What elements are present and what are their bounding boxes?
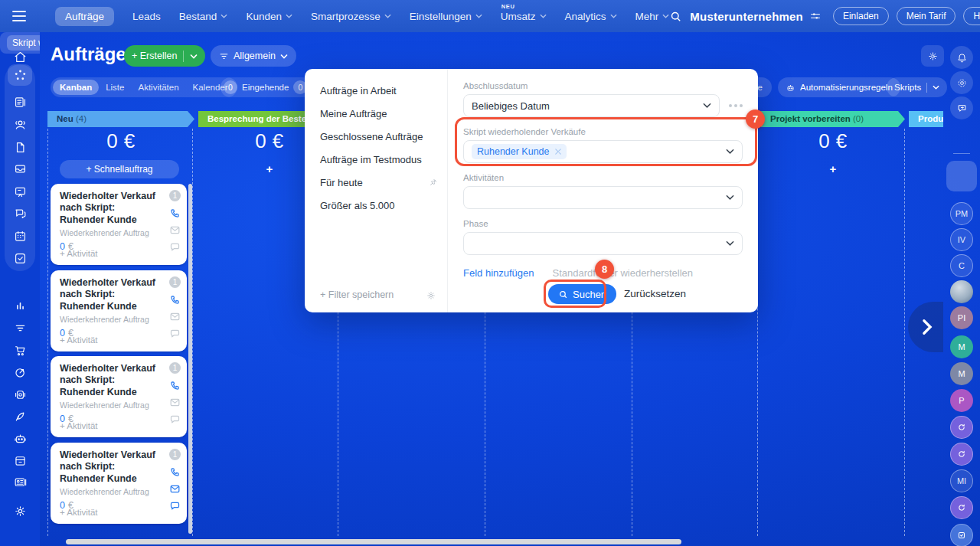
tab-kanban[interactable]: Kanban (53, 80, 99, 95)
add-field-link[interactable]: Feld hinzufügen (463, 267, 534, 279)
automation-rules-button[interactable]: Automatisierungsregeln (778, 77, 900, 97)
add-activity-link[interactable]: + Aktivität (60, 421, 98, 430)
deal-card[interactable]: Wiederholter Verkauf nach Skript: Ruhend… (51, 270, 187, 351)
date-select[interactable]: Beliebiges Datum (463, 94, 720, 117)
teammate-avatar[interactable]: PI (950, 306, 973, 329)
add-activity-link[interactable]: + Aktivität (60, 249, 98, 258)
phone-icon[interactable] (169, 380, 181, 391)
preset-groesser-als[interactable]: Größer als 5.000 (305, 195, 447, 217)
phone-icon[interactable] (169, 208, 181, 219)
deal-card[interactable]: Wiederholter Verkauf nach Skript: Ruhend… (51, 443, 187, 524)
news-feed-icon[interactable] (8, 91, 32, 113)
tasks-icon[interactable] (8, 247, 32, 269)
stage-header-produktlieferung[interactable]: Produktlieferung (909, 111, 943, 127)
teammate-avatar-photo[interactable] (950, 280, 973, 303)
nav-umsatz[interactable]: NEU Umsatz (501, 11, 547, 22)
restore-fields-link[interactable]: Standardfelder wiederherstellen (553, 267, 694, 279)
phone-icon[interactable] (169, 294, 181, 306)
add-activity-link[interactable]: + Aktivität (60, 508, 98, 517)
nav-einstellungen[interactable]: Einstellungen (410, 11, 482, 22)
teammate-avatar[interactable]: MI (950, 469, 973, 492)
chat-icon[interactable] (169, 328, 181, 339)
nav-smartprozesse[interactable]: Smartprozesse (311, 11, 391, 22)
helpdesk-button[interactable]: Helpdesk (963, 7, 980, 25)
nav-mehr[interactable]: Mehr (635, 11, 670, 22)
activities-select[interactable] (463, 186, 743, 209)
tab-aktivitaeten[interactable]: Aktivitäten (131, 80, 185, 95)
global-search-icon[interactable] (669, 10, 682, 23)
settings-gear-icon[interactable] (8, 500, 32, 521)
chat-icon[interactable] (169, 414, 181, 425)
mail-icon[interactable] (169, 483, 181, 495)
contacts-icon[interactable] (8, 113, 32, 135)
create-button[interactable]: + Erstellen (124, 45, 205, 67)
products-box-icon[interactable] (8, 450, 32, 471)
teammate-avatar[interactable]: PM (950, 202, 973, 225)
stage-header-projekt-vorbereiten[interactable]: Projekt vorbereiten (0) (761, 111, 905, 127)
bot-avatar-icon[interactable] (950, 443, 973, 466)
invite-button[interactable]: Einladen (833, 7, 889, 25)
preset-fuer-heute[interactable]: Für heute (305, 172, 447, 195)
company-selector[interactable]: Musterunternehmen (690, 10, 821, 23)
nav-kunden[interactable]: Kunden (246, 11, 292, 22)
teammate-avatar[interactable]: M (950, 362, 973, 385)
bot-avatar-icon[interactable] (950, 496, 973, 519)
deals-pipeline-icon[interactable] (8, 64, 32, 86)
board-settings-button[interactable] (921, 45, 944, 67)
my-tariff-button[interactable]: Mein Tarif (897, 7, 956, 25)
dashboard-icon[interactable] (8, 181, 32, 202)
hamburger-menu-icon[interactable] (12, 11, 26, 21)
quick-add-deal-button[interactable]: + Schnellauftrag (60, 160, 179, 178)
more-options-icon[interactable] (729, 104, 743, 107)
nav-leads[interactable]: Leads (132, 11, 161, 22)
nav-analytics[interactable]: Analytics (565, 11, 617, 22)
phase-select[interactable] (463, 232, 743, 255)
chat-history-icon[interactable] (950, 96, 973, 119)
salesbot-icon[interactable] (8, 427, 32, 449)
mail-icon[interactable] (169, 397, 181, 408)
documents-icon[interactable] (8, 136, 32, 158)
save-filter-link[interactable]: + Filter speichern (320, 289, 394, 300)
funnel-icon[interactable] (8, 317, 32, 338)
stage-header-neu[interactable]: Neu (4) (47, 111, 194, 127)
nav-auftraege[interactable]: Aufträge (55, 7, 114, 26)
preset-auftraege-in-arbeit[interactable]: Aufträge in Arbeit (305, 80, 447, 103)
reset-button[interactable]: Zurücksetzen (624, 288, 686, 299)
teammate-avatar[interactable]: P (950, 389, 973, 412)
integrations-icon[interactable] (8, 384, 32, 405)
preset-meine-auftraege[interactable]: Meine Aufträge (305, 103, 447, 126)
deal-card[interactable]: Wiederholter Verkauf nach Skript: Ruhend… (51, 356, 187, 437)
filter-preset-button[interactable]: Allgemein (211, 45, 296, 67)
mail-icon[interactable] (169, 224, 181, 236)
chats-icon[interactable] (8, 202, 32, 224)
incoming-leads-pill[interactable]: 0 Eingehende 0 (220, 77, 312, 97)
goals-icon[interactable] (8, 361, 32, 383)
add-deal-button[interactable]: + (760, 162, 906, 175)
chevron-down-icon[interactable] (190, 54, 198, 59)
teammate-avatar[interactable]: IV (950, 228, 973, 251)
calendar-icon[interactable] (8, 225, 32, 247)
compose-pen-icon[interactable] (8, 405, 32, 427)
notifications-bell-icon[interactable] (950, 46, 973, 69)
teammate-avatar[interactable]: C (950, 254, 973, 277)
phone-icon[interactable] (169, 466, 181, 478)
preset-testmodus[interactable]: Aufträge im Testmodus (305, 149, 447, 172)
deal-card[interactable]: Wiederholter Verkauf nach Skript: Ruhend… (51, 184, 187, 265)
chat-icon[interactable] (169, 241, 181, 253)
active-user-highlight[interactable] (946, 161, 977, 191)
presets-settings-gear-icon[interactable] (426, 290, 436, 301)
add-activity-link[interactable]: + Aktivität (60, 335, 98, 345)
tasks-check-icon[interactable] (950, 524, 973, 546)
business-card-icon[interactable] (8, 471, 32, 492)
stats-icon[interactable] (8, 294, 32, 316)
mail-icon[interactable] (169, 311, 181, 322)
horizontal-scrollbar[interactable] (66, 539, 681, 544)
preset-geschlossene[interactable]: Geschlossene Aufträge (305, 126, 447, 149)
bot-avatar-icon[interactable] (950, 416, 973, 439)
scripts-button[interactable]: Skripts (887, 77, 947, 97)
focus-mode-icon[interactable] (950, 71, 973, 94)
chat-icon[interactable] (169, 500, 181, 512)
nav-bestand[interactable]: Bestand (179, 11, 228, 22)
column-scrollbar[interactable] (188, 184, 192, 534)
shop-cart-icon[interactable] (8, 339, 32, 361)
